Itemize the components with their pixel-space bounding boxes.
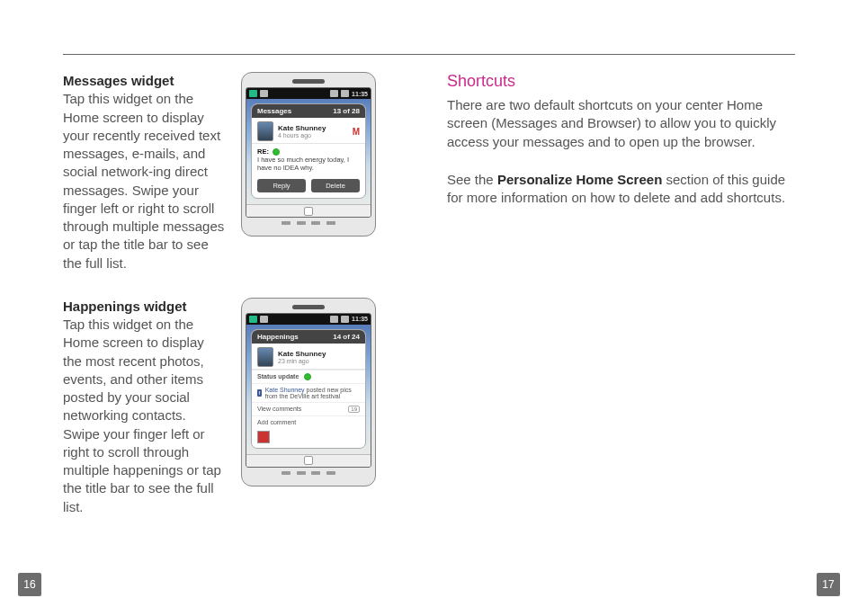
shortcuts-heading: Shortcuts — [447, 72, 795, 91]
phone-earpiece — [292, 79, 325, 84]
comments-count: 19 — [348, 406, 360, 413]
home-bar — [246, 454, 371, 467]
post-row: f Kate Shunney posted new pics from the … — [252, 383, 365, 402]
status-dot-icon — [273, 148, 280, 156]
card-buttons: Reply Delete — [252, 175, 365, 198]
battery-icon — [341, 316, 349, 323]
view-comments-row[interactable]: View comments 19 — [252, 402, 365, 415]
phone-mock-happenings: 11:35 Happenings 14 of 24 Kate Shunney — [241, 298, 376, 487]
body2-pre: See the — [447, 172, 497, 187]
card-user-row: Kate Shunney 4 hours ago M — [252, 118, 365, 144]
gmail-icon: M — [353, 127, 360, 137]
two-column-layout: Messages widget Tap this widget on the H… — [27, 36, 831, 516]
card-user-row: Kate Shunney 23 min ago — [252, 344, 365, 370]
subject-prefix: RE: — [257, 147, 269, 156]
card-title: Happenings — [257, 333, 299, 341]
phone-mock-messages: 11:35 Messages 13 of 28 Kate Shunney — [241, 72, 376, 237]
top-rule — [63, 54, 795, 55]
home-button-icon[interactable] — [304, 207, 313, 216]
phone-screen: 11:35 Happenings 14 of 24 Kate Shunney — [246, 313, 371, 468]
card-body: RE: I have so much energy today, I have … — [252, 144, 365, 175]
phone-screen: 11:35 Messages 13 of 28 Kate Shunney — [246, 87, 371, 218]
hardware-buttons — [282, 471, 335, 477]
view-comments-label: View comments — [257, 406, 301, 412]
right-column: Shortcuts There are two default shortcut… — [447, 72, 795, 516]
shortcuts-body-1: There are two default shortcuts on your … — [447, 96, 795, 151]
happenings-widget-text: Happenings widget Tap this widget on the… — [63, 298, 225, 516]
page-number-left: 16 — [18, 573, 41, 596]
user-name: Kate Shunney — [278, 124, 326, 132]
photo-thumbnail — [257, 431, 270, 443]
user-time: 4 hours ago — [278, 132, 326, 138]
add-comment-label: Add comment — [257, 419, 296, 425]
happenings-widget-heading: Happenings widget — [63, 299, 187, 314]
hardware-buttons — [282, 221, 335, 227]
phone-earpiece — [292, 305, 325, 309]
messages-widget-heading: Messages widget — [63, 73, 174, 88]
status-update-label: Status update — [257, 373, 299, 379]
signal-icon — [249, 316, 257, 323]
happenings-widget-body: Tap this widget on the Home screen to di… — [63, 317, 221, 514]
card-title: Messages — [257, 107, 291, 115]
avatar — [257, 347, 273, 367]
card-counter: 14 of 24 — [333, 333, 360, 341]
happenings-card: Happenings 14 of 24 Kate Shunney 23 min … — [251, 329, 366, 449]
status-bar: 11:35 — [246, 88, 371, 99]
card-titlebar: Messages 13 of 28 — [252, 104, 365, 118]
card-titlebar: Happenings 14 of 24 — [252, 330, 365, 344]
delete-button[interactable]: Delete — [311, 179, 360, 192]
happenings-widget-section: Happenings widget Tap this widget on the… — [63, 298, 411, 516]
body2-bold: Personalize Home Screen — [497, 172, 662, 187]
reply-button[interactable]: Reply — [257, 179, 306, 192]
user-name: Kate Shunney — [278, 350, 326, 358]
home-bar — [246, 204, 371, 217]
card-counter: 13 of 28 — [333, 107, 360, 115]
document-page: Messages widget Tap this widget on the H… — [0, 0, 858, 616]
clock: 11:35 — [352, 316, 368, 322]
wifi-icon — [330, 316, 338, 323]
messages-card: Messages 13 of 28 Kate Shunney 4 hours a… — [251, 103, 366, 199]
battery-icon — [341, 90, 349, 97]
status-bar: 11:35 — [246, 314, 371, 325]
messages-widget-body: Tap this widget on the Home screen to di… — [63, 91, 224, 270]
message-text: I have so much energy today, I have no I… — [257, 156, 349, 172]
post-user-link[interactable]: Kate Shunney — [265, 387, 305, 393]
wifi-icon — [330, 90, 338, 97]
home-button-icon[interactable] — [304, 456, 313, 465]
user-time: 23 min ago — [278, 358, 326, 364]
status-update-row: Status update — [252, 370, 365, 383]
carrier-icon — [260, 316, 268, 323]
clock: 11:35 — [352, 91, 368, 97]
status-dot-icon — [304, 373, 311, 380]
messages-widget-text: Messages widget Tap this widget on the H… — [63, 72, 225, 272]
messages-widget-section: Messages widget Tap this widget on the H… — [63, 72, 411, 272]
page-number-right: 17 — [817, 573, 840, 596]
avatar — [257, 121, 273, 141]
add-comment-row[interactable]: Add comment — [252, 415, 365, 428]
signal-icon — [249, 90, 257, 97]
left-column: Messages widget Tap this widget on the H… — [63, 72, 411, 516]
shortcuts-body-2: See the Personalize Home Screen section … — [447, 171, 795, 208]
carrier-icon — [260, 90, 268, 97]
facebook-icon: f — [257, 389, 262, 397]
